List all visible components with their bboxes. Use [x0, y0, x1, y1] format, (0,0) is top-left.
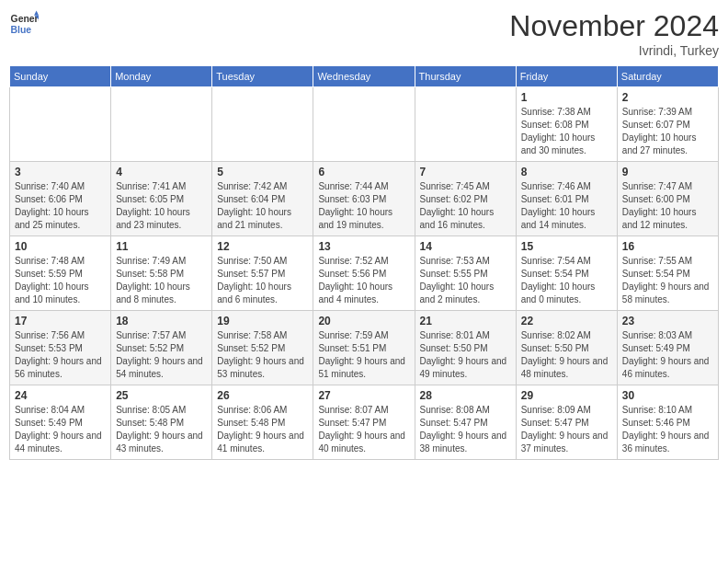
calendar-cell [313, 87, 415, 162]
page-header: General Blue November 2024 Ivrindi, Turk… [9, 9, 719, 58]
day-info: Sunrise: 8:04 AM Sunset: 5:49 PM Dayligh… [15, 404, 106, 455]
day-info: Sunrise: 8:08 AM Sunset: 5:47 PM Dayligh… [420, 404, 511, 455]
day-info: Sunrise: 7:59 AM Sunset: 5:51 PM Dayligh… [318, 329, 409, 381]
calendar-cell: 12Sunrise: 7:50 AM Sunset: 5:57 PM Dayli… [212, 236, 313, 311]
calendar-cell: 17Sunrise: 7:56 AM Sunset: 5:53 PM Dayli… [10, 311, 111, 385]
day-number: 10 [15, 240, 106, 253]
day-info: Sunrise: 7:54 AM Sunset: 5:54 PM Dayligh… [521, 255, 612, 306]
day-info: Sunrise: 7:46 AM Sunset: 6:01 PM Dayligh… [521, 180, 612, 232]
day-number: 5 [217, 166, 308, 178]
day-info: Sunrise: 8:09 AM Sunset: 5:47 PM Dayligh… [521, 404, 612, 455]
calendar-cell: 25Sunrise: 8:05 AM Sunset: 5:48 PM Dayli… [111, 385, 212, 460]
day-number: 6 [318, 166, 409, 178]
day-number: 14 [420, 240, 511, 253]
calendar-cell: 1Sunrise: 7:38 AM Sunset: 6:08 PM Daylig… [516, 87, 617, 162]
day-info: Sunrise: 7:49 AM Sunset: 5:58 PM Dayligh… [116, 255, 207, 306]
day-info: Sunrise: 7:42 AM Sunset: 6:04 PM Dayligh… [217, 180, 308, 232]
day-info: Sunrise: 7:41 AM Sunset: 6:05 PM Dayligh… [116, 180, 207, 232]
calendar-cell: 22Sunrise: 8:02 AM Sunset: 5:50 PM Dayli… [516, 311, 617, 385]
day-number: 3 [15, 166, 106, 178]
day-info: Sunrise: 7:48 AM Sunset: 5:59 PM Dayligh… [15, 255, 106, 306]
day-number: 29 [521, 389, 612, 402]
day-number: 4 [116, 166, 207, 178]
day-info: Sunrise: 7:38 AM Sunset: 6:08 PM Dayligh… [521, 106, 612, 157]
calendar-week-row: 10Sunrise: 7:48 AM Sunset: 5:59 PM Dayli… [10, 236, 719, 311]
day-info: Sunrise: 7:52 AM Sunset: 5:56 PM Dayligh… [318, 255, 409, 306]
logo: General Blue [9, 9, 39, 39]
calendar-cell [10, 87, 111, 162]
day-info: Sunrise: 7:40 AM Sunset: 6:06 PM Dayligh… [15, 180, 106, 232]
day-info: Sunrise: 8:05 AM Sunset: 5:48 PM Dayligh… [116, 404, 207, 455]
day-info: Sunrise: 8:07 AM Sunset: 5:47 PM Dayligh… [318, 404, 409, 455]
weekday-header: Friday [516, 66, 617, 87]
calendar-week-row: 3Sunrise: 7:40 AM Sunset: 6:06 PM Daylig… [10, 162, 719, 236]
day-number: 28 [420, 389, 511, 402]
day-number: 7 [420, 166, 511, 178]
calendar-cell: 21Sunrise: 8:01 AM Sunset: 5:50 PM Dayli… [415, 311, 516, 385]
calendar-cell: 16Sunrise: 7:55 AM Sunset: 5:54 PM Dayli… [617, 236, 718, 311]
day-number: 23 [622, 315, 713, 327]
day-info: Sunrise: 7:57 AM Sunset: 5:52 PM Dayligh… [116, 329, 207, 381]
day-info: Sunrise: 7:58 AM Sunset: 5:52 PM Dayligh… [217, 329, 308, 381]
day-info: Sunrise: 7:44 AM Sunset: 6:03 PM Dayligh… [318, 180, 409, 232]
day-info: Sunrise: 8:02 AM Sunset: 5:50 PM Dayligh… [521, 329, 612, 381]
day-info: Sunrise: 7:50 AM Sunset: 5:57 PM Dayligh… [217, 255, 308, 306]
svg-marker-2 [34, 11, 39, 16]
calendar-week-row: 1Sunrise: 7:38 AM Sunset: 6:08 PM Daylig… [10, 87, 719, 162]
title-block: November 2024 Ivrindi, Turkey [509, 9, 719, 58]
calendar-cell: 2Sunrise: 7:39 AM Sunset: 6:07 PM Daylig… [617, 87, 718, 162]
calendar-week-row: 24Sunrise: 8:04 AM Sunset: 5:49 PM Dayli… [10, 385, 719, 460]
weekday-header: Thursday [415, 66, 516, 87]
day-info: Sunrise: 7:45 AM Sunset: 6:02 PM Dayligh… [420, 180, 511, 232]
day-number: 26 [217, 389, 308, 402]
calendar-cell [212, 87, 313, 162]
day-info: Sunrise: 7:56 AM Sunset: 5:53 PM Dayligh… [15, 329, 106, 381]
calendar-cell: 18Sunrise: 7:57 AM Sunset: 5:52 PM Dayli… [111, 311, 212, 385]
calendar-cell: 24Sunrise: 8:04 AM Sunset: 5:49 PM Dayli… [10, 385, 111, 460]
day-number: 17 [15, 315, 106, 327]
calendar-cell: 4Sunrise: 7:41 AM Sunset: 6:05 PM Daylig… [111, 162, 212, 236]
day-number: 2 [622, 91, 713, 104]
day-number: 30 [622, 389, 713, 402]
month-title: November 2024 [509, 9, 719, 43]
day-number: 8 [521, 166, 612, 178]
day-number: 24 [15, 389, 106, 402]
calendar-cell: 6Sunrise: 7:44 AM Sunset: 6:03 PM Daylig… [313, 162, 415, 236]
day-number: 12 [217, 240, 308, 253]
calendar-cell: 11Sunrise: 7:49 AM Sunset: 5:58 PM Dayli… [111, 236, 212, 311]
day-number: 27 [318, 389, 409, 402]
calendar-cell: 3Sunrise: 7:40 AM Sunset: 6:06 PM Daylig… [10, 162, 111, 236]
day-number: 11 [116, 240, 207, 253]
calendar-cell: 19Sunrise: 7:58 AM Sunset: 5:52 PM Dayli… [212, 311, 313, 385]
weekday-header: Saturday [617, 66, 718, 87]
day-number: 15 [521, 240, 612, 253]
day-number: 16 [622, 240, 713, 253]
weekday-header: Monday [111, 66, 212, 87]
calendar-cell: 26Sunrise: 8:06 AM Sunset: 5:48 PM Dayli… [212, 385, 313, 460]
day-info: Sunrise: 7:55 AM Sunset: 5:54 PM Dayligh… [622, 255, 713, 306]
day-number: 20 [318, 315, 409, 327]
day-info: Sunrise: 7:47 AM Sunset: 6:00 PM Dayligh… [622, 180, 713, 232]
calendar-table: SundayMondayTuesdayWednesdayThursdayFrid… [9, 65, 719, 460]
day-number: 22 [521, 315, 612, 327]
calendar-cell: 29Sunrise: 8:09 AM Sunset: 5:47 PM Dayli… [516, 385, 617, 460]
calendar-cell: 20Sunrise: 7:59 AM Sunset: 5:51 PM Dayli… [313, 311, 415, 385]
calendar-cell: 14Sunrise: 7:53 AM Sunset: 5:55 PM Dayli… [415, 236, 516, 311]
calendar-header-row: SundayMondayTuesdayWednesdayThursdayFrid… [10, 66, 719, 87]
day-number: 21 [420, 315, 511, 327]
calendar-cell: 28Sunrise: 8:08 AM Sunset: 5:47 PM Dayli… [415, 385, 516, 460]
day-info: Sunrise: 7:53 AM Sunset: 5:55 PM Dayligh… [420, 255, 511, 306]
calendar-cell [111, 87, 212, 162]
day-number: 13 [318, 240, 409, 253]
svg-text:Blue: Blue [11, 25, 32, 35]
calendar-cell: 8Sunrise: 7:46 AM Sunset: 6:01 PM Daylig… [516, 162, 617, 236]
calendar-cell: 15Sunrise: 7:54 AM Sunset: 5:54 PM Dayli… [516, 236, 617, 311]
weekday-header: Sunday [10, 66, 111, 87]
day-number: 9 [622, 166, 713, 178]
logo-icon: General Blue [9, 9, 39, 39]
calendar-cell: 9Sunrise: 7:47 AM Sunset: 6:00 PM Daylig… [617, 162, 718, 236]
calendar-cell: 7Sunrise: 7:45 AM Sunset: 6:02 PM Daylig… [415, 162, 516, 236]
weekday-header: Wednesday [313, 66, 415, 87]
day-info: Sunrise: 8:01 AM Sunset: 5:50 PM Dayligh… [420, 329, 511, 381]
svg-text:General: General [11, 14, 39, 24]
